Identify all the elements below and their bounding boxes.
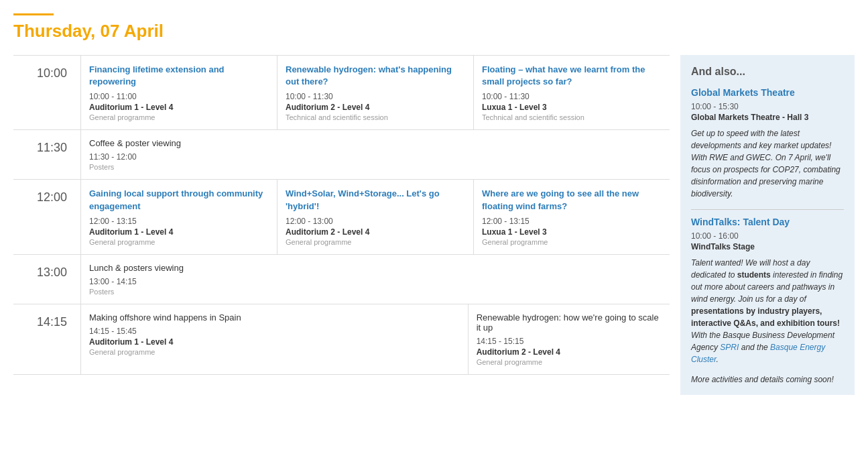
time-row: 12:00 Gaining local support through comm… <box>13 180 670 254</box>
session-type: General programme <box>89 113 269 121</box>
sessions-group: Financing lifetime extension and repower… <box>80 56 670 129</box>
schedule-sidebar: And also... Global Markets Theatre 10:00… <box>680 55 855 395</box>
time-row: 10:00 Financing lifetime extension and r… <box>13 56 670 130</box>
session-title: Gaining local support through community … <box>89 188 269 212</box>
date-line-decoration <box>13 13 54 15</box>
sidebar-section1-desc: Get up to speed with the latest developm… <box>691 127 844 200</box>
session-time: 13:00 - 14:15 <box>89 277 662 286</box>
session-location: Auditorium 1 - Level 4 <box>89 103 269 112</box>
sidebar-section2-venue: WindTalks Stage <box>691 242 844 251</box>
session-type: General programme <box>89 238 269 246</box>
session-title: Financing lifetime extension and repower… <box>89 64 269 88</box>
sessions-group: Coffee & poster viewing 11:30 - 12:00 Po… <box>80 130 670 179</box>
session-card: Making offshore wind happens in Spain 14… <box>80 304 468 374</box>
sidebar-footer: More activities and details coming soon! <box>691 375 844 384</box>
time-label: 10:00 <box>13 56 80 129</box>
session-location: Auditorium 2 - Level 4 <box>286 103 465 112</box>
sidebar-section1-venue: Global Markets Theatre - Hall 3 <box>691 113 844 122</box>
session-card: Wind+Solar, Wind+Storage... Let's go 'hy… <box>277 180 473 253</box>
session-title: Coffee & poster viewing <box>89 138 662 148</box>
session-location: Auditorium 1 - Level 4 <box>89 337 460 347</box>
sidebar-heading: And also... <box>691 66 844 78</box>
session-time: 11:30 - 12:00 <box>89 152 662 162</box>
session-type: General programme <box>89 348 460 356</box>
session-card: Renewable hydrogen: how we're going to s… <box>468 304 670 374</box>
spri-link[interactable]: SPRI <box>720 343 739 352</box>
session-time: 10:00 - 11:30 <box>286 92 465 101</box>
session-time: 10:00 - 11:00 <box>89 92 269 101</box>
session-title: Making offshore wind happens in Spain <box>89 312 460 323</box>
session-location: Auditorium 1 - Level 4 <box>89 227 269 237</box>
session-location: Luxua 1 - Level 3 <box>482 103 662 112</box>
time-label: 14:15 <box>13 304 80 374</box>
sessions-group: Gaining local support through community … <box>80 180 670 253</box>
sessions-group: Lunch & posters viewing 13:00 - 14:15 Po… <box>80 255 670 304</box>
session-card: Lunch & posters viewing 13:00 - 14:15 Po… <box>80 255 670 304</box>
session-card: Coffee & poster viewing 11:30 - 12:00 Po… <box>80 130 670 179</box>
sidebar-section2-time: 10:00 - 16:00 <box>691 231 844 241</box>
session-type: Technical and scientific session <box>482 113 662 121</box>
session-card: Renewable hydrogen: what's happening out… <box>277 56 473 129</box>
sidebar-section2-title: WindTalks: Talent Day <box>691 217 844 227</box>
schedule-container: 10:00 Financing lifetime extension and r… <box>13 55 855 395</box>
sessions-group: Making offshore wind happens in Spain 14… <box>80 304 670 374</box>
session-title: Renewable hydrogen: what's happening out… <box>286 64 465 88</box>
time-label: 12:00 <box>13 180 80 253</box>
session-type: Technical and scientific session <box>286 113 465 121</box>
time-label: 13:00 <box>13 255 80 304</box>
session-card: Floating – what have we learnt from the … <box>473 56 670 129</box>
session-location: Posters <box>89 163 662 171</box>
schedule-main: 10:00 Financing lifetime extension and r… <box>13 55 670 395</box>
time-row: 13:00 Lunch & posters viewing 13:00 - 14… <box>13 255 670 304</box>
session-title: Where are we going to see all the new fl… <box>482 188 662 212</box>
session-type: General programme <box>482 238 662 246</box>
sidebar-divider <box>691 209 844 210</box>
sidebar-section1-time: 10:00 - 15:30 <box>691 102 844 111</box>
session-time: 14:15 - 15:15 <box>477 337 662 346</box>
session-time: 12:00 - 13:00 <box>286 217 465 226</box>
session-type: General programme <box>286 238 465 246</box>
session-title: Lunch & posters viewing <box>89 263 662 273</box>
cluster-link[interactable]: Basque Energy Cluster <box>691 343 825 364</box>
session-location: Posters <box>89 288 662 296</box>
sidebar-section2-desc: Talent wanted! We will host a day dedica… <box>691 257 844 365</box>
session-card: Gaining local support through community … <box>80 180 277 253</box>
session-card: Financing lifetime extension and repower… <box>80 56 277 129</box>
time-row: 11:30 Coffee & poster viewing 11:30 - 12… <box>13 130 670 180</box>
page-title: Thursday, 07 April <box>13 21 855 42</box>
sidebar-section1-title: Global Markets Theatre <box>691 87 844 98</box>
session-title: Renewable hydrogen: how we're going to s… <box>477 312 662 333</box>
session-title: Floating – what have we learnt from the … <box>482 64 662 88</box>
session-time: 14:15 - 15:45 <box>89 327 460 336</box>
page-header: Thursday, 07 April <box>13 13 855 42</box>
session-card: Where are we going to see all the new fl… <box>473 180 670 253</box>
session-title: Wind+Solar, Wind+Storage... Let's go 'hy… <box>286 188 465 212</box>
time-row: 14:15 Making offshore wind happens in Sp… <box>13 304 670 375</box>
session-location: Auditorium 2 - Level 4 <box>286 227 465 237</box>
session-time: 10:00 - 11:30 <box>482 92 662 101</box>
session-location: Luxua 1 - Level 3 <box>482 227 662 237</box>
session-location: Auditorium 2 - Level 4 <box>477 347 662 357</box>
time-label: 11:30 <box>13 130 80 179</box>
session-type: General programme <box>477 358 662 366</box>
session-time: 12:00 - 13:15 <box>89 217 269 226</box>
session-time: 12:00 - 13:15 <box>482 217 662 226</box>
